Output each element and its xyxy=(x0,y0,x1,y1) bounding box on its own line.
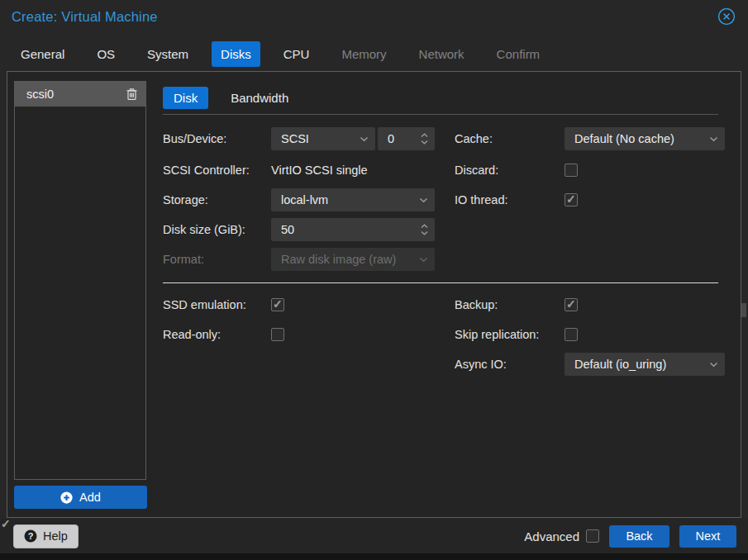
svg-text:?: ? xyxy=(28,531,34,541)
discard-label: Discard: xyxy=(455,159,564,182)
tab-memory: Memory xyxy=(332,41,395,67)
storage-select[interactable]: local-lvm xyxy=(271,188,435,211)
format-select-disabled: Raw disk image (raw) xyxy=(271,248,435,271)
bus-select[interactable]: SCSI xyxy=(271,127,375,150)
dialog-titlebar: Create: Virtual Machine xyxy=(0,0,748,36)
cache-value: Default (No cache) xyxy=(565,132,709,145)
bus-value: SCSI xyxy=(271,132,360,145)
io-thread-label: IO thread: xyxy=(455,188,564,211)
read-only-label: Read-only: xyxy=(163,323,270,346)
format-label: Format: xyxy=(163,248,270,271)
chevron-down-icon xyxy=(360,136,375,142)
tab-confirm: Confirm xyxy=(488,41,550,67)
chevron-down-icon xyxy=(419,257,435,263)
screen: Create: Virtual Machine General OS Syste… xyxy=(0,0,748,560)
wizard-tab-bar: General OS System Disks CPU Memory Netwo… xyxy=(12,38,748,69)
advanced-checkbox[interactable] xyxy=(586,529,599,543)
async-io-value: Default (io_uring) xyxy=(565,358,709,371)
back-button[interactable]: Back xyxy=(609,525,669,548)
close-icon[interactable] xyxy=(717,7,736,26)
add-disk-button[interactable]: Add xyxy=(14,486,147,509)
help-button-label: Help xyxy=(43,529,68,543)
detail-tab-divider xyxy=(163,114,718,115)
disks-panel: scsi0 xyxy=(7,71,741,518)
ssd-emulation-label: SSD emulation: xyxy=(163,293,270,316)
tab-disks[interactable]: Disks xyxy=(212,41,260,67)
tab-system[interactable]: System xyxy=(138,41,198,67)
io-thread-checkbox[interactable] xyxy=(565,193,578,206)
add-button-label: Add xyxy=(79,491,101,504)
disk-size-input[interactable]: 50 xyxy=(271,218,435,241)
scsi-controller-label: SCSI Controller: xyxy=(163,159,270,182)
chevron-down-icon xyxy=(709,362,725,368)
advanced-label: Advanced xyxy=(524,529,579,543)
disk-list: scsi0 xyxy=(14,81,146,480)
tab-cpu[interactable]: CPU xyxy=(274,41,319,67)
ssd-emulation-checkbox[interactable] xyxy=(271,298,284,311)
disk-list-item-scsi0[interactable]: scsi0 xyxy=(15,82,145,107)
read-only-checkbox[interactable] xyxy=(271,328,284,341)
tab-disk[interactable]: Disk xyxy=(163,87,208,109)
advanced-section-divider xyxy=(163,282,718,283)
bus-device-label: Bus/Device: xyxy=(163,127,270,150)
next-button[interactable]: Next xyxy=(679,525,736,548)
plus-circle-icon xyxy=(60,491,73,504)
chevron-down-icon xyxy=(419,197,435,203)
trash-icon[interactable] xyxy=(126,88,138,101)
tab-bandwidth[interactable]: Bandwidth xyxy=(220,87,299,109)
detail-tab-bar: Disk Bandwidth xyxy=(163,87,299,109)
tab-os[interactable]: OS xyxy=(88,41,124,67)
dialog-footer: ? Help Advanced Back Next xyxy=(0,519,748,553)
question-circle-icon: ? xyxy=(24,529,37,543)
async-io-select[interactable]: Default (io_uring) xyxy=(565,353,725,376)
storage-label: Storage: xyxy=(163,188,270,211)
bus-index-input[interactable]: 0 xyxy=(378,127,435,150)
tab-network: Network xyxy=(410,41,474,67)
skip-replication-checkbox[interactable] xyxy=(565,328,578,341)
cache-label: Cache: xyxy=(455,127,564,150)
backup-label: Backup: xyxy=(455,293,564,316)
splitter-handle xyxy=(741,303,746,317)
disk-size-label: Disk size (GiB): xyxy=(163,218,270,241)
spinner-arrows-icon[interactable] xyxy=(421,224,435,235)
async-io-label: Async IO: xyxy=(455,353,564,376)
help-button[interactable]: ? Help xyxy=(13,524,79,548)
create-vm-dialog: Create: Virtual Machine General OS Syste… xyxy=(0,0,748,553)
disk-item-label: scsi0 xyxy=(26,88,54,101)
tab-general[interactable]: General xyxy=(12,41,74,67)
skip-replication-label: Skip replication: xyxy=(455,323,564,346)
scsi-controller-value: VirtIO SCSI single xyxy=(271,159,368,182)
chevron-down-icon xyxy=(709,136,725,142)
storage-value: local-lvm xyxy=(271,193,419,206)
discard-checkbox[interactable] xyxy=(565,164,578,177)
disk-size-value: 50 xyxy=(271,223,421,236)
backup-checkbox[interactable] xyxy=(565,298,578,311)
format-value: Raw disk image (raw) xyxy=(271,253,419,266)
bus-index-value: 0 xyxy=(378,132,421,145)
dialog-title: Create: Virtual Machine xyxy=(12,9,158,25)
cache-select[interactable]: Default (No cache) xyxy=(565,127,725,150)
spinner-arrows-icon[interactable] xyxy=(421,133,435,145)
